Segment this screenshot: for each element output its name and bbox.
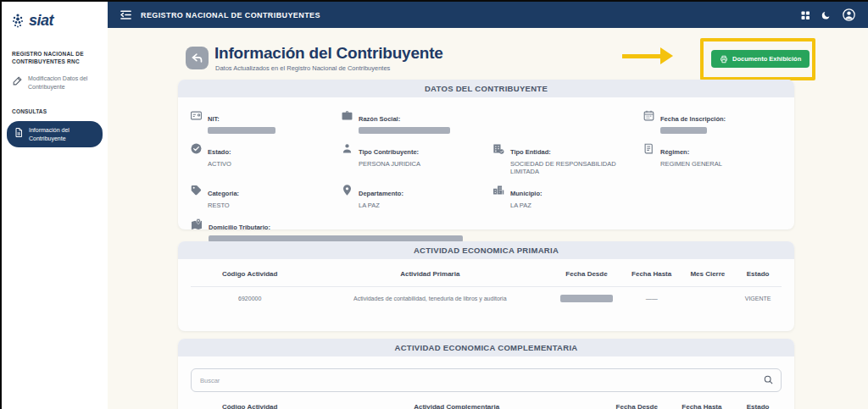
datos-contribuyente-card: DATOS DEL CONTRIBUYENTE NIT: [178,80,794,229]
highlight-arrow [622,54,662,58]
documento-exhibicion-label: Documento Exhibición [732,55,801,63]
cell-estado: VIGENTE [734,287,782,311]
map-icon [190,218,203,231]
field-tipo-entidad: Tipo Entidad: SOCIEDAD DE RESPONSABILIDA… [492,142,643,175]
user-avatar-icon[interactable] [842,8,856,22]
field-value: LA PAZ [510,202,542,209]
field-label: Régimen: [660,148,689,156]
edit-icon [12,75,23,86]
column-header: Fecha Desde [604,403,670,409]
field-value: PERSONA JURIDICA [359,160,420,168]
column-header: Fecha Hasta [622,270,682,287]
cell-actividad: Actividades de contabilidad, teneduria d… [309,287,551,311]
apps-grid-icon[interactable] [800,10,810,20]
field-label: Tipo Contribuyente: [359,148,419,156]
siat-logo-text: siat [29,12,53,30]
column-header: Actividad Primaria [309,270,551,287]
city-icon [492,184,505,196]
redacted-value [560,295,613,302]
field-nit: NIT: [190,109,341,134]
page-subtitle: Datos Actualizados en el Registro Nacion… [215,64,390,72]
column-header: Código Actividad [191,403,309,409]
search-icon[interactable] [763,374,774,385]
person-icon [341,142,353,155]
sidebar-item-informacion-contribuyente[interactable]: Información del Contribuyente [7,121,103,148]
actividad-primaria-table: Código Actividad Actividad Primaria Fech… [191,270,782,310]
back-arrow-icon [191,53,203,64]
id-card-icon [190,109,203,122]
field-label: Departamento: [359,190,403,197]
column-header: Estado [734,270,782,287]
field-value: LA PAZ [359,202,403,209]
topbar: REGISTRO NACIONAL DE CONTRIBUYENTES [108,2,868,28]
field-label: NIT: [208,115,220,123]
field-categoria: Categoria: RESTO [190,184,341,209]
sidebar-item-label: Modificacion Datos del Contribuyente [28,75,101,91]
sidebar-group-rnc: REGISTRO NACIONAL DE CONTRIBUYENTES RNC [2,38,108,69]
column-header: Actividad Complementaria [309,403,604,409]
actividad-primaria-card: ACTIVIDAD ECONOMICA PRIMARIA Código Acti… [178,241,794,331]
redacted-value [359,127,450,134]
dark-mode-moon-icon[interactable] [821,10,831,20]
search-input[interactable] [191,368,782,392]
table-row: 6920000 Actividades de contabilidad, ten… [191,287,782,311]
printer-icon [720,55,728,64]
cell-fecha-hasta: —— [622,287,682,311]
field-label: Tipo Entidad: [510,148,551,156]
column-header: Fecha Desde [551,270,622,287]
field-value: RESTO [208,202,239,209]
building-check-icon [492,142,505,155]
actividad-complementaria-table: Código Actividad Actividad Complementari… [191,403,782,409]
document-icon [14,127,24,138]
column-header: Código Actividad [191,270,309,287]
field-estado: Estado: ACTIVO [190,142,341,175]
actividad-complementaria-header: ACTIVIDAD ECONOMICA COMPLEMENTARIA [178,339,794,356]
field-municipio: Municipio: LA PAZ [492,184,643,209]
document-lines-icon [643,142,655,155]
datos-contribuyente-header: DATOS DEL CONTRIBUYENTE [178,80,794,97]
actividad-primaria-header: ACTIVIDAD ECONOMICA PRIMARIA [178,241,794,259]
sidebar-group-consultas: CONSULTAS [2,96,108,119]
actividad-complementaria-card: ACTIVIDAD ECONOMICA COMPLEMENTARIA Códig… [178,339,794,409]
field-value: SOCIEDAD DE RESPONSABILIDAD LIMITADA [510,160,643,175]
topbar-title: REGISTRO NACIONAL DE CONTRIBUYENTES [141,11,320,19]
field-value: ACTIVO [208,160,231,168]
page-title: Información del Contribuyente [214,44,443,63]
column-header: Estado [734,403,782,409]
menu-fold-icon[interactable] [120,9,132,20]
app-window: siat REGISTRO NACIONAL DE CONTRIBUYENTES… [0,0,868,409]
map-pin-icon [341,184,353,196]
redacted-value [208,127,275,134]
cell-codigo: 6920000 [191,287,309,311]
back-button[interactable] [186,47,209,69]
sidebar: siat REGISTRO NACIONAL DE CONTRIBUYENTES… [2,2,108,409]
search-bar [191,368,782,392]
column-header: Fecha Hasta [670,403,735,409]
sidebar-item-modificacion-datos[interactable]: Modificacion Datos del Contribuyente [2,69,108,97]
field-fecha-inscripcion: Fecha de Inscripción: [643,109,784,134]
field-razon-social: Razón Social: [341,109,492,134]
field-tipo-contribuyente: Tipo Contribuyente: PERSONA JURIDICA [341,142,492,175]
sidebar-item-label: Información del Contribuyente [29,126,96,143]
field-label: Categoria: [208,190,239,197]
field-label: Fecha de Inscripción: [660,115,726,123]
field-label: Razón Social: [359,115,400,123]
field-label: Domicilio Tributario: [209,224,270,231]
siat-logo[interactable]: siat [2,2,108,38]
field-label: Municipio: [510,190,542,197]
documento-exhibicion-button[interactable]: Documento Exhibición [711,50,810,68]
redacted-value [660,127,707,134]
highlight-arrow-head [660,47,673,64]
field-regimen: Régimen: REGIMEN GENERAL [643,142,784,175]
check-circle-icon [190,142,203,155]
tag-icon [190,184,203,196]
cell-fecha-desde [551,287,622,311]
calendar-icon [643,109,655,122]
cell-mes-cierre [681,287,734,311]
field-label: Estado: [208,148,231,156]
main-content: Información del Contribuyente Datos Actu… [108,28,868,409]
field-departamento: Departamento: LA PAZ [341,184,492,209]
siat-logo-icon [12,14,25,28]
field-value: REGIMEN GENERAL [660,160,722,168]
briefcase-icon [341,109,353,122]
